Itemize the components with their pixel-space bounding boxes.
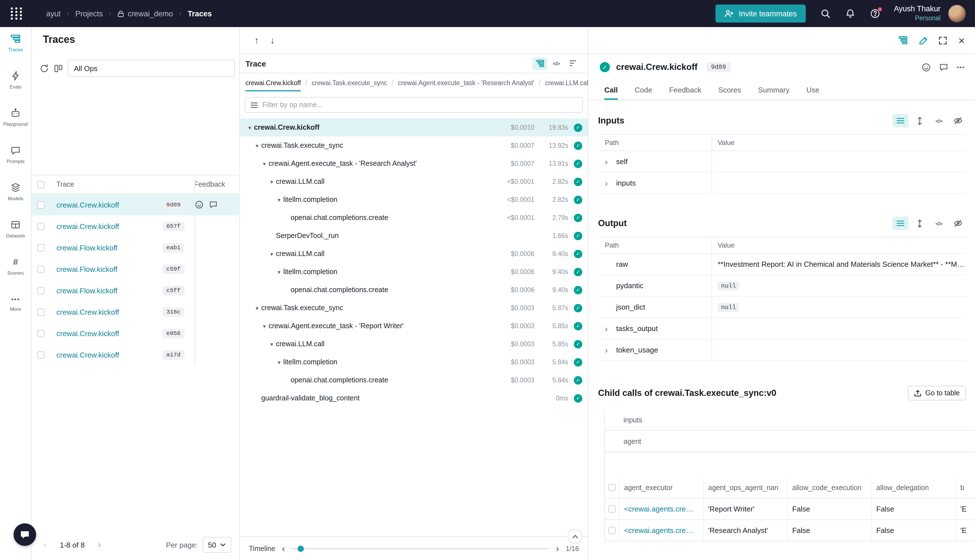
expand-rows-icon[interactable] <box>912 114 928 127</box>
select-all-checkbox[interactable] <box>37 181 45 188</box>
close-icon[interactable]: × <box>958 35 965 46</box>
sidebar-item-datasets[interactable]: Datasets <box>0 217 31 242</box>
select-all-checkbox[interactable] <box>608 484 616 491</box>
invite-teammates-button[interactable]: Invite teammates <box>716 5 806 23</box>
add-reaction-icon[interactable] <box>195 200 204 209</box>
trace-link[interactable]: crewai.Crew.kickoff <box>57 308 119 316</box>
chevron-right-icon[interactable]: › <box>605 324 616 333</box>
user-menu[interactable]: Ayush Thakur Personal <box>894 5 941 23</box>
table-row[interactable]: crewai.Crew.kickoff9d89 <box>32 194 239 215</box>
chevron-down-icon[interactable]: ▾ <box>253 142 261 148</box>
columns-settings-icon[interactable] <box>53 63 63 73</box>
table-row[interactable]: crewai.Flow.kickoffc59f <box>32 258 239 280</box>
trace-link[interactable]: crewai.Crew.kickoff <box>57 329 119 338</box>
tree-row[interactable]: ▾ crewai.LLM.call $0.0006 9.40s ✓ <box>240 245 588 263</box>
table-row[interactable]: ›token_usage <box>598 340 966 361</box>
column-header[interactable]: agent_executor <box>619 477 704 498</box>
tree-row[interactable]: ▾ crewai.Crew.kickoff $0.0010 19.83s ✓ <box>240 118 588 137</box>
timeline-slider-handle[interactable] <box>298 545 304 552</box>
list-view-icon[interactable] <box>893 114 908 127</box>
chevron-down-icon[interactable]: ▾ <box>245 124 254 130</box>
sidebar-item-evals[interactable]: Evals <box>0 68 31 92</box>
tree-row[interactable]: SerperDevTool._run 1.66s ✓ <box>240 227 588 245</box>
tree-toggle-icon[interactable] <box>898 35 908 45</box>
tree-row[interactable]: ▾ crewai.Agent.execute_task - 'Report Wr… <box>240 317 588 335</box>
collapse-timeline-button[interactable] <box>568 529 582 543</box>
column-header-feedback[interactable]: Feedback <box>189 180 239 188</box>
chevron-down-icon[interactable]: ▾ <box>260 160 269 167</box>
chat-support-button[interactable] <box>13 523 36 546</box>
table-row[interactable]: pydantic null <box>598 275 966 297</box>
tree-row[interactable]: openai.chat.completions.create $0.0006 9… <box>240 281 588 299</box>
chevron-right-icon[interactable]: › <box>605 345 616 355</box>
sidebar-item-prompts[interactable]: Prompts <box>0 142 31 167</box>
table-row[interactable]: raw **Investment Report: AI in Chemical … <box>598 254 966 275</box>
row-checkbox[interactable] <box>608 527 616 534</box>
table-row[interactable]: <crewai.agents.cre… 'Research Analyst' F… <box>605 520 975 542</box>
search-icon[interactable] <box>820 8 831 18</box>
trace-crumb[interactable]: crewai.Crew.kickoff <box>245 80 301 92</box>
notifications-bell-icon[interactable] <box>845 8 855 18</box>
column-header[interactable]: agent_ops_agent_nan <box>704 477 788 498</box>
chevron-down-icon[interactable]: ▾ <box>267 178 276 185</box>
list-view-icon[interactable] <box>893 217 908 230</box>
sidebar-item-more[interactable]: ••• More <box>0 291 31 316</box>
sidebar-item-models[interactable]: Models <box>0 179 31 204</box>
table-row[interactable]: json_dict null <box>598 297 966 318</box>
breadcrumb-project[interactable]: crewai_demo <box>118 9 173 18</box>
table-row[interactable]: crewai.Crew.kickoffa17d <box>32 344 239 365</box>
tree-row[interactable]: ▾ litellm.completion $0.0006 9.40s ✓ <box>240 263 588 281</box>
chevron-right-icon[interactable]: › <box>605 157 616 167</box>
fullscreen-icon[interactable] <box>938 36 948 45</box>
table-row[interactable]: ›inputs <box>598 173 966 194</box>
chevron-down-icon[interactable]: ▾ <box>260 323 269 329</box>
per-page-select[interactable]: 50 <box>202 537 231 553</box>
sidebar-item-playground[interactable]: Playground <box>0 105 31 130</box>
table-row[interactable]: crewai.Crew.kickoff316c <box>32 301 239 323</box>
timeline-slider[interactable] <box>292 548 549 549</box>
expand-rows-icon[interactable] <box>912 217 928 230</box>
row-checkbox[interactable] <box>37 244 45 251</box>
tree-row[interactable]: ▾ litellm.completion <$0.0001 2.82s ✓ <box>240 191 588 209</box>
hide-values-eye-icon[interactable] <box>950 217 966 230</box>
chevron-right-icon[interactable]: › <box>605 178 616 188</box>
chevron-down-icon[interactable]: ▾ <box>275 269 283 275</box>
column-header[interactable]: allow_code_execution <box>788 477 872 498</box>
go-to-table-button[interactable]: Go to table <box>908 386 966 400</box>
row-checkbox[interactable] <box>37 222 45 230</box>
trace-link[interactable]: crewai.Crew.kickoff <box>57 222 119 230</box>
row-checkbox[interactable] <box>37 308 45 315</box>
hide-values-eye-icon[interactable] <box>950 114 966 127</box>
table-row[interactable]: crewai.Crew.kickoff657f <box>32 215 239 237</box>
tree-row[interactable]: ▾ litellm.completion $0.0003 5.84s ✓ <box>240 353 588 371</box>
next-page-icon[interactable]: › <box>93 539 105 550</box>
row-checkbox[interactable] <box>37 330 45 337</box>
tab-scores[interactable]: Scores <box>718 80 741 100</box>
row-checkbox[interactable] <box>37 287 45 294</box>
trace-crumb[interactable]: crewai.Task.execute_sync <box>312 80 387 92</box>
code-view-icon[interactable]: </> <box>931 114 947 127</box>
row-checkbox[interactable] <box>37 201 45 208</box>
column-header[interactable]: allow_delegation <box>872 477 956 498</box>
table-row[interactable]: ›tasks_output <box>598 318 966 340</box>
tree-row[interactable]: ▾ crewai.LLM.call $0.0003 5.85s ✓ <box>240 335 588 353</box>
tab-feedback[interactable]: Feedback <box>669 80 701 100</box>
tree-row[interactable]: ▾ crewai.Task.execute_sync $0.0007 13.92… <box>240 137 588 155</box>
sidebar-item-traces[interactable]: Traces <box>0 30 31 55</box>
column-header-trace[interactable]: Trace <box>57 180 74 188</box>
tree-row[interactable]: ▾ crewai.LLM.call <$0.0001 2.82s ✓ <box>240 173 588 191</box>
output-raw-value[interactable]: **Investment Report: AI in Chemical and … <box>718 260 964 268</box>
tree-row[interactable]: guardrail-validate_blog_content 0ms ✓ <box>240 389 588 407</box>
table-row[interactable]: crewai.Flow.kickoffc5ff <box>32 280 239 301</box>
table-row[interactable]: ›self <box>598 151 966 173</box>
trace-link[interactable]: crewai.Crew.kickoff <box>57 200 119 209</box>
timeline-next-icon[interactable]: › <box>556 543 559 553</box>
trace-link[interactable]: crewai.Flow.kickoff <box>57 243 117 252</box>
row-checkbox[interactable] <box>37 351 45 358</box>
tree-view-icon[interactable] <box>533 57 547 70</box>
trace-link[interactable]: crewai.Flow.kickoff <box>57 265 117 273</box>
timeline-prev-icon[interactable]: ‹ <box>282 543 285 553</box>
call-link[interactable]: <crewai.agents.cre… <box>619 498 704 519</box>
chevron-down-icon[interactable]: ▾ <box>275 359 283 365</box>
wandb-logo-icon[interactable] <box>9 6 24 21</box>
